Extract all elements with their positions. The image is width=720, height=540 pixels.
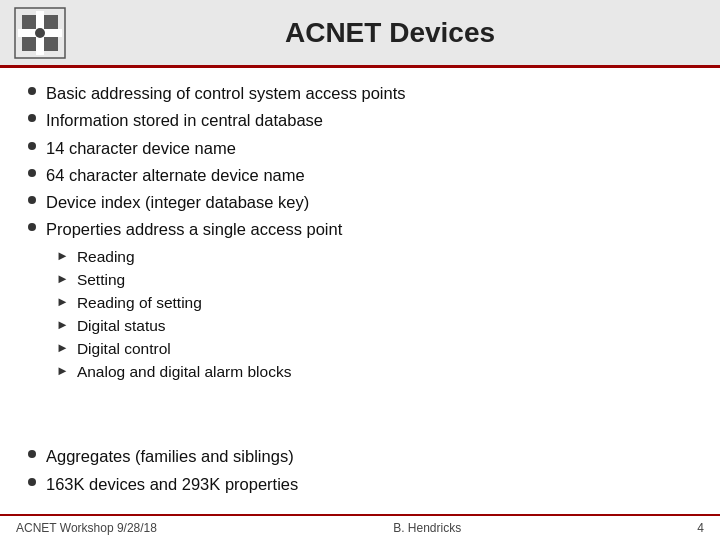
chevron-icon: ► [56, 363, 69, 380]
main-bullet-list: Basic addressing of control system acces… [28, 82, 692, 241]
list-item: 163K devices and 293K properties [28, 473, 692, 495]
chevron-icon: ► [56, 340, 69, 357]
slide-footer: ACNET Workshop 9/28/18 B. Hendricks 4 [0, 514, 720, 540]
bullet-dot [28, 478, 36, 486]
list-item: 14 character device name [28, 137, 692, 159]
bullet-dot [28, 87, 36, 95]
footer-workshop: ACNET Workshop 9/28/18 [16, 521, 157, 535]
slide-title: ACNET Devices [285, 17, 495, 49]
list-item: Properties address a single access point [28, 218, 692, 240]
footer-author: B. Hendricks [393, 521, 461, 535]
list-item: Aggregates (families and siblings) [28, 445, 692, 467]
svg-rect-2 [42, 15, 58, 31]
bullet-dot [28, 196, 36, 204]
list-item: Device index (integer database key) [28, 191, 692, 213]
bottom-bullet-list: Aggregates (families and siblings) 163K … [28, 445, 692, 500]
sub-list-item: ► Digital status [56, 316, 692, 336]
svg-rect-1 [22, 15, 38, 31]
fermilab-logo [14, 7, 66, 59]
bullet-dot [28, 450, 36, 458]
slide-header: ACNET Devices [0, 0, 720, 68]
sub-list-item: ► Reading [56, 247, 692, 267]
chevron-icon: ► [56, 317, 69, 334]
slide-content: Basic addressing of control system acces… [0, 68, 720, 514]
list-item: Basic addressing of control system acces… [28, 82, 692, 104]
chevron-icon: ► [56, 271, 69, 288]
svg-point-7 [35, 28, 45, 38]
svg-rect-4 [42, 35, 58, 51]
sub-list-item: ► Digital control [56, 339, 692, 359]
chevron-icon: ► [56, 248, 69, 265]
sub-list-item: ► Setting [56, 270, 692, 290]
footer-page: 4 [697, 521, 704, 535]
chevron-icon: ► [56, 294, 69, 311]
slide: ACNET Devices Basic addressing of contro… [0, 0, 720, 540]
sub-list-item: ► Reading of setting [56, 293, 692, 313]
list-item: Information stored in central database [28, 109, 692, 131]
bullet-dot [28, 223, 36, 231]
bullet-dot [28, 142, 36, 150]
bullet-dot [28, 114, 36, 122]
svg-rect-3 [22, 35, 38, 51]
sub-list-item: ► Analog and digital alarm blocks [56, 362, 692, 382]
list-item: 64 character alternate device name [28, 164, 692, 186]
main-section: Basic addressing of control system acces… [28, 82, 692, 386]
sub-bullet-list: ► Reading ► Setting ► Reading of setting… [56, 247, 692, 383]
bullet-dot [28, 169, 36, 177]
